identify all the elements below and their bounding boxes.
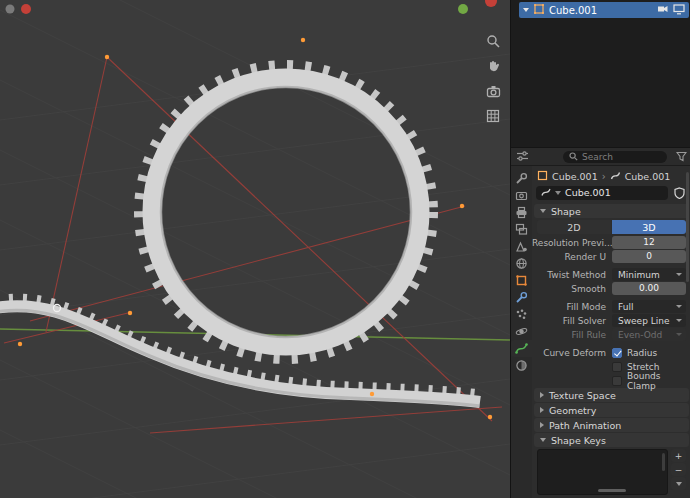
properties-header: Search (511, 148, 690, 166)
search-placeholder: Search (582, 152, 613, 162)
caret-right-icon (540, 392, 544, 398)
chevron-down-icon (676, 482, 682, 486)
camera-view-icon[interactable] (484, 82, 502, 100)
fill-rule-dropdown: Even-Odd (612, 328, 686, 341)
gizmo-red-axis-icon[interactable] (484, 0, 498, 14)
panel-title-geometry: Geometry (549, 405, 596, 416)
properties-scrollbar[interactable] (686, 172, 689, 282)
caret-right-icon (540, 407, 544, 413)
tab-object[interactable] (511, 272, 532, 289)
twist-method-label: Twist Method (532, 270, 612, 280)
tab-tool[interactable] (511, 170, 532, 187)
breadcrumb-cube-icon (537, 170, 548, 183)
fill-mode-value: Full (618, 302, 633, 312)
search-icon (569, 152, 578, 163)
panel-header-shape[interactable]: Shape (534, 204, 689, 218)
chevron-down-icon (676, 273, 682, 276)
blender-window: Cube.001 Search (0, 0, 690, 498)
outliner: Cube.001 (511, 0, 690, 148)
toggle-2d-button[interactable]: 2D (537, 220, 611, 234)
panel-title-shape: Shape (551, 206, 581, 217)
fake-user-shield-icon[interactable] (671, 185, 687, 200)
properties-content: Cube.001 › Cube.001 Cube.001 (532, 166, 690, 498)
dimension-toggle: 2D 3D (537, 220, 686, 234)
fill-mode-dropdown[interactable]: Full (612, 300, 686, 313)
panel-header-shape-keys[interactable]: Shape Keys (534, 433, 689, 447)
viewport-scene (0, 0, 510, 498)
datablock-name: Cube.001 (565, 187, 611, 198)
resolution-label: Resolution Previ... (532, 238, 612, 248)
chevron-down-icon (676, 305, 682, 308)
caret-down-icon (540, 438, 546, 442)
tab-view-layer[interactable] (511, 221, 532, 238)
fill-solver-dropdown[interactable]: Sweep Line (612, 314, 686, 327)
render-u-label: Render U (532, 252, 612, 262)
toggle-3d-button[interactable]: 3D (612, 220, 686, 234)
curve-deform-label: Curve Deform (532, 348, 612, 358)
curve-data-icon (541, 187, 551, 199)
pan-hand-icon[interactable] (484, 57, 502, 75)
tab-render[interactable] (511, 187, 532, 204)
navigation-gizmo[interactable] (456, 0, 498, 18)
viewport-visibility-monitor-icon[interactable] (673, 4, 685, 17)
outliner-item-label: Cube.001 (549, 5, 653, 16)
radius-checkbox[interactable] (612, 348, 622, 358)
stretch-checkbox[interactable] (612, 362, 622, 372)
resolution-field[interactable]: 12 (612, 236, 686, 249)
panel-header-path-animation[interactable]: Path Animation (534, 418, 689, 432)
chevron-down-icon (676, 319, 682, 322)
tab-output[interactable] (511, 204, 532, 221)
smooth-field[interactable]: 0.00 (612, 282, 686, 295)
shape-keys-specials-button[interactable] (671, 477, 686, 490)
caret-down-icon (540, 209, 546, 213)
render-visibility-camera-icon[interactable] (657, 4, 669, 16)
3d-viewport[interactable] (0, 0, 510, 498)
breadcrumb-data-name[interactable]: Cube.001 (625, 171, 671, 182)
properties-tab-strip (511, 166, 532, 498)
object-cube-icon (533, 3, 545, 17)
bounds-clamp-checkbox[interactable] (612, 376, 622, 386)
tab-world[interactable] (511, 255, 532, 272)
smooth-label: Smooth (532, 284, 612, 294)
orthographic-grid-icon[interactable] (484, 107, 502, 125)
right-panel: Cube.001 Search (510, 0, 690, 498)
panel-title-path-animation: Path Animation (549, 420, 621, 431)
tab-particles[interactable] (511, 306, 532, 323)
properties-editor-icon[interactable] (516, 150, 529, 164)
editor-type-icon[interactable] (4, 3, 16, 17)
add-shape-key-button[interactable]: + (671, 449, 686, 462)
tab-physics[interactable] (511, 323, 532, 340)
filter-icon[interactable] (676, 151, 687, 164)
datablock-row: Cube.001 (532, 184, 690, 203)
zoom-icon[interactable] (484, 32, 502, 50)
viewport-controls (484, 32, 502, 125)
breadcrumb-curve-icon (610, 170, 621, 183)
render-u-field[interactable]: 0 (612, 250, 686, 263)
datablock-browse-caret-icon[interactable] (555, 191, 561, 195)
tab-scene[interactable] (511, 238, 532, 255)
fill-rule-value: Even-Odd (618, 330, 662, 340)
fill-solver-label: Fill Solver (532, 316, 612, 326)
breadcrumb-separator: › (602, 171, 606, 182)
datablock-name-field[interactable]: Cube.001 (536, 186, 668, 200)
shape-keys-scrollbar[interactable] (662, 453, 665, 471)
remove-shape-key-button[interactable]: − (671, 463, 686, 476)
twist-method-value: Minimum (618, 270, 660, 280)
bounds-clamp-label: Bounds Clamp (627, 371, 686, 391)
search-input[interactable]: Search (563, 151, 667, 163)
panel-title-texture-space: Texture Space (549, 390, 616, 401)
fill-solver-value: Sweep Line (618, 316, 669, 326)
horizontal-mini-scrollbar[interactable] (598, 489, 626, 492)
expand-triangle-icon[interactable] (523, 8, 529, 12)
fill-rule-label: Fill Rule (532, 330, 612, 340)
twist-method-dropdown[interactable]: Minimum (612, 268, 686, 281)
tab-modifiers[interactable] (511, 289, 532, 306)
caret-right-icon (540, 422, 544, 428)
panel-header-geometry[interactable]: Geometry (534, 403, 689, 417)
tab-object-data[interactable] (511, 340, 532, 357)
breadcrumb-object-name[interactable]: Cube.001 (552, 171, 598, 182)
tab-material[interactable] (511, 357, 532, 374)
gizmo-green-axis-icon[interactable] (456, 0, 470, 18)
breadcrumb: Cube.001 › Cube.001 (532, 168, 690, 184)
outliner-item-cube001[interactable]: Cube.001 (519, 2, 689, 18)
